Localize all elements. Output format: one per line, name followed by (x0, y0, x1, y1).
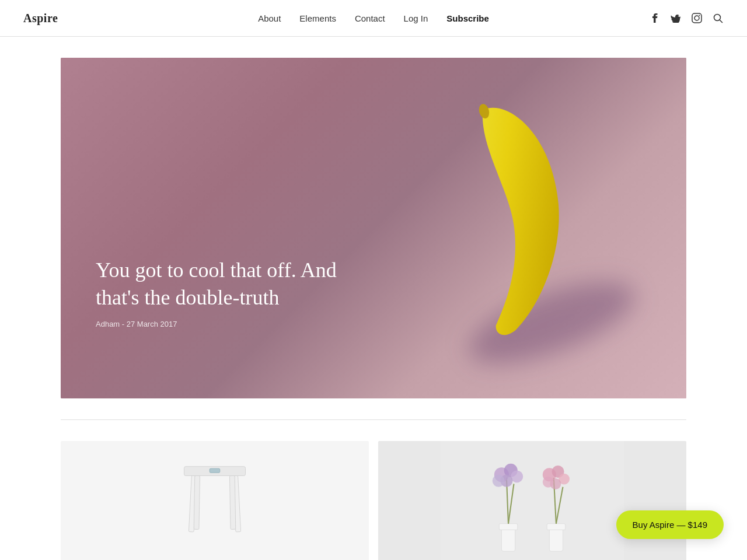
svg-rect-7 (210, 468, 220, 473)
section-divider (61, 419, 686, 420)
facebook-icon[interactable] (649, 12, 661, 24)
svg-rect-0 (692, 13, 701, 23)
twitter-icon[interactable] (670, 12, 682, 24)
hero-section: You got to cool that off. And that's the… (61, 58, 686, 398)
svg-rect-11 (229, 475, 235, 529)
hero-title: You got to cool that off. And that's the… (96, 257, 376, 312)
site-header: Aspire About Elements Contact Log In Sub… (0, 0, 747, 37)
svg-rect-12 (441, 441, 624, 560)
header-social-icons (649, 12, 724, 24)
instagram-icon[interactable] (691, 12, 703, 24)
hero-meta: Adham - 27 March 2017 (96, 320, 376, 328)
site-logo[interactable]: Aspire (23, 12, 58, 25)
nav-contact[interactable]: Contact (355, 13, 385, 23)
cards-row (61, 441, 686, 560)
main-nav: About Elements Contact Log In Subscribe (258, 13, 489, 23)
svg-rect-13 (502, 527, 515, 551)
nav-about[interactable]: About (258, 13, 281, 23)
nav-elements[interactable]: Elements (299, 13, 336, 23)
svg-rect-14 (499, 524, 518, 530)
svg-point-2 (699, 15, 700, 16)
svg-point-1 (694, 16, 699, 20)
nav-login[interactable]: Log In (404, 13, 428, 23)
buy-aspire-button[interactable]: Buy Aspire — $149 (616, 510, 724, 539)
svg-rect-16 (547, 524, 566, 530)
svg-rect-15 (549, 527, 563, 551)
svg-line-4 (720, 20, 722, 23)
svg-point-23 (493, 475, 505, 487)
svg-point-21 (511, 470, 523, 482)
banana-image (453, 93, 605, 349)
search-icon[interactable] (712, 12, 724, 24)
card-stool[interactable] (61, 441, 369, 560)
stool-image (174, 450, 256, 555)
card-flowers[interactable] (378, 441, 686, 560)
svg-rect-10 (194, 475, 200, 529)
svg-point-30 (543, 477, 554, 488)
hero-text-content: You got to cool that off. And that's the… (96, 257, 376, 328)
flowers-image (378, 441, 686, 560)
svg-point-3 (714, 14, 720, 20)
nav-subscribe[interactable]: Subscribe (446, 13, 489, 23)
